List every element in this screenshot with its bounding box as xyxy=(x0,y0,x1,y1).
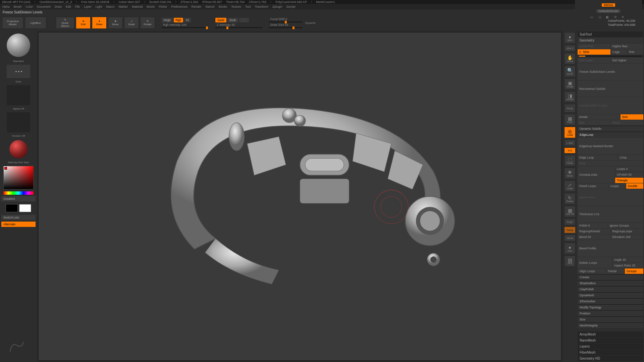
menu-render[interactable]: Render xyxy=(192,5,202,8)
dock-rotate-button[interactable]: ↻Rotate xyxy=(564,193,576,204)
menus-toggle[interactable]: Menus xyxy=(602,3,615,7)
bevel50-slider[interactable]: Bevel 50 xyxy=(578,234,610,240)
ignore-groups-toggle[interactable]: Ignore Groups xyxy=(608,223,643,228)
dock-move-button[interactable]: ✥Move xyxy=(564,168,576,179)
z-intensity-slider[interactable] xyxy=(215,27,262,28)
rotate-button[interactable]: ↻Rotate xyxy=(140,17,155,29)
zadd-toggle[interactable]: Zadd xyxy=(215,18,226,22)
size-section[interactable]: Size xyxy=(578,316,643,322)
menu-light[interactable]: Light xyxy=(96,5,102,8)
groups-toggle[interactable]: Groups xyxy=(625,268,643,274)
higher-res-button[interactable]: Higher Res xyxy=(611,44,644,49)
menu-texture[interactable]: Texture xyxy=(231,5,241,8)
brush-thumbnail[interactable] xyxy=(7,34,30,57)
reconstruct-subdiv-button[interactable]: Reconstruct Subdiv xyxy=(578,80,643,97)
double-toggle[interactable]: Double xyxy=(626,183,643,189)
ghost-button[interactable]: Ghost xyxy=(564,235,576,241)
switchcolor-button[interactable]: SwitchColor xyxy=(1,215,36,220)
swatch-black[interactable] xyxy=(6,204,18,212)
pfill-button[interactable]: ▧PFill xyxy=(564,255,576,267)
menu-marker[interactable]: Marker xyxy=(118,5,128,8)
hue-slider[interactable] xyxy=(3,191,34,195)
delete-loops-button[interactable]: Delete Loops xyxy=(578,257,612,268)
loops-slider[interactable]: Loops xyxy=(609,183,626,189)
alternate-toggle[interactable]: Alternate xyxy=(1,222,36,227)
menu-draw[interactable]: Draw xyxy=(55,5,62,8)
menu-edit[interactable]: Edit xyxy=(66,5,71,8)
swatch-white[interactable] xyxy=(19,204,31,212)
lower-res-button[interactable]: Lower Res xyxy=(578,44,610,49)
floor-button[interactable]: ▦Floor xyxy=(564,114,576,125)
draw-size-slider[interactable] xyxy=(269,27,303,28)
mrgb-toggle[interactable]: Mrgb xyxy=(162,18,173,22)
draw-button[interactable]: ✦Draw xyxy=(92,17,107,29)
edit-button[interactable]: ✛Edit xyxy=(76,17,91,29)
menu-zscript[interactable]: Zscript xyxy=(286,5,296,8)
linefill-button[interactable]: ▦Line Fill xyxy=(564,206,576,217)
edgeloop-masked-button[interactable]: Edgeloop Masked Border xyxy=(578,138,643,155)
menu-brush[interactable]: Brush xyxy=(14,5,22,8)
fibermesh-header[interactable]: FiberMesh xyxy=(578,350,643,355)
gpolish-slider[interactable]: GPolish 50 xyxy=(615,172,643,177)
actual-button[interactable]: ▣Actual xyxy=(564,78,576,90)
transp-button[interactable]: Transp xyxy=(564,227,576,233)
thickness-slider[interactable]: Thickness 0.01 xyxy=(578,206,643,223)
polyf-button[interactable]: PolyF xyxy=(564,219,576,225)
scale-button[interactable]: ⤢Scale xyxy=(124,17,139,29)
reuv-toggle[interactable]: ReUV xyxy=(611,120,644,125)
geometry-header[interactable]: Geometry xyxy=(578,38,643,43)
seethrough-value[interactable]: 0 xyxy=(607,0,609,1)
modify-topology-section[interactable]: Modify Topology xyxy=(578,304,643,310)
rgb-toggle[interactable]: Rgb xyxy=(174,18,183,22)
align-loops-button[interactable]: Align Loops xyxy=(578,268,606,274)
position-section[interactable]: Position xyxy=(578,310,643,316)
menu-tool[interactable]: Tool xyxy=(245,5,251,8)
menu-alpha[interactable]: Alpha xyxy=(2,5,10,8)
layers-header[interactable]: Layers xyxy=(578,344,643,349)
quicksketch-button[interactable]: ✎Quick Sketch xyxy=(56,17,74,29)
convert-bpr-button[interactable]: Convert BPR To Geo xyxy=(578,97,643,114)
dock-scale-button[interactable]: ⤢Scale xyxy=(564,180,576,192)
menu-stroke[interactable]: Stroke xyxy=(218,5,227,8)
crease-section[interactable]: Crease xyxy=(578,274,643,280)
zremesher-section[interactable]: ZRemesher xyxy=(578,298,643,304)
default-script[interactable]: DefaultZScript xyxy=(597,9,620,13)
sdiv-track[interactable] xyxy=(579,56,642,57)
polish5-slider[interactable]: Polish 5 xyxy=(578,223,608,228)
geometry-hd-header[interactable]: Geometry HD xyxy=(578,356,643,361)
alpha-thumbnail[interactable] xyxy=(7,85,30,105)
scroll-button[interactable]: ✋Scroll xyxy=(564,53,576,64)
persp-button[interactable]: Persp xyxy=(564,104,576,113)
groupsloops-button[interactable]: GroupsLoops xyxy=(578,166,615,183)
draw-size-label[interactable]: Draw Size 64 xyxy=(270,23,301,26)
window-controls[interactable]: ▭ ▢ ◧ ⟳ ✕ xyxy=(590,15,626,19)
suv-toggle[interactable]: Suv xyxy=(578,120,610,125)
partial-toggle[interactable]: Partial xyxy=(606,268,625,274)
frame-button[interactable]: ⬚Frame xyxy=(564,155,576,166)
dynamesh-section[interactable]: DynaMesh xyxy=(578,292,643,298)
local-button[interactable]: ◎Local xyxy=(564,127,576,138)
sdiv-slider[interactable]: 1SDiv xyxy=(578,49,610,55)
append-inner-toggle[interactable]: Append Inner xyxy=(578,189,643,206)
m-toggle[interactable]: M xyxy=(184,18,191,22)
lightbox-button[interactable]: LightBox xyxy=(25,17,46,29)
aspect-slider[interactable]: Aspect Ratio 25 xyxy=(612,263,644,268)
aahalf-button[interactable]: ◨AAHalf xyxy=(564,91,576,103)
zsub-toggle[interactable]: Zsub xyxy=(227,18,238,22)
menu-movie[interactable]: Movie xyxy=(147,5,155,8)
z-intensity-label[interactable]: Z Intensity 25 xyxy=(217,23,261,26)
focal-shift-slider[interactable] xyxy=(269,21,303,22)
claypolish-section[interactable]: ClayPolish xyxy=(578,286,643,292)
dynamic-label[interactable]: Dynamic xyxy=(305,21,316,24)
menu-document[interactable]: Document xyxy=(37,5,51,8)
menu-transform[interactable]: Transform xyxy=(255,5,268,8)
freeze-subdiv-button[interactable]: Freeze SubDivision Levels xyxy=(578,63,643,80)
smt-toggle[interactable]: Smt xyxy=(621,114,643,120)
regroup-panels-button[interactable]: RegroupPanels xyxy=(578,229,610,234)
bpr-button[interactable]: ●BPR xyxy=(564,32,576,44)
solo-button[interactable]: ●Solo xyxy=(564,243,576,254)
nanomesh-header[interactable]: NanoMesh xyxy=(578,338,643,343)
del-higher-button[interactable]: Del Higher xyxy=(611,58,644,63)
edgeloop-section[interactable]: EdgeLoop xyxy=(578,132,643,137)
viewport[interactable] xyxy=(38,32,561,361)
